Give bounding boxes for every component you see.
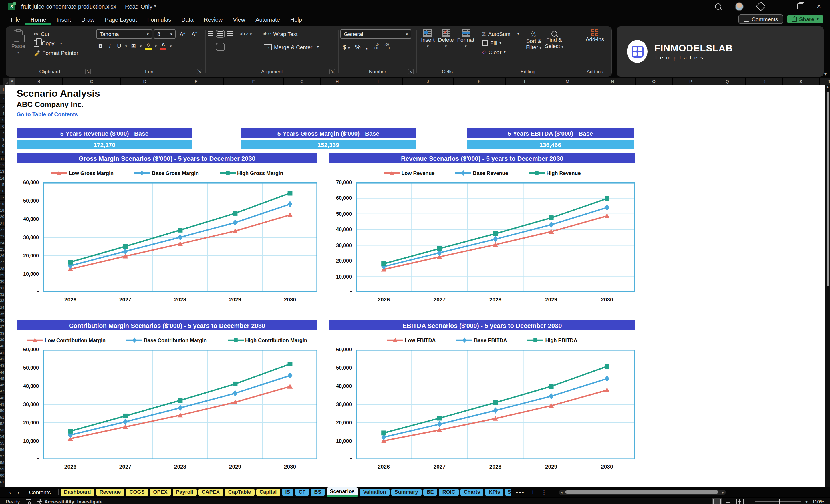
row-header-19[interactable]: 19	[0, 208, 5, 214]
row-header-54[interactable]: 54	[0, 434, 5, 440]
sheet-tab-opex[interactable]: OPEX	[150, 488, 171, 496]
sheet-tab-capex[interactable]: CAPEX	[198, 488, 223, 496]
menu-tab-file[interactable]: File	[6, 14, 25, 25]
wrap-text-button[interactable]: ab↩Wrap Text	[260, 29, 300, 38]
column-header-O[interactable]: O	[636, 78, 673, 85]
row-header-2[interactable]: 2	[0, 94, 5, 103]
format-painter-button[interactable]: Format Painter	[31, 48, 81, 57]
row-header-57[interactable]: 57	[0, 453, 5, 460]
chart-ebitda-scenarios[interactable]: EBITDA Scenarios ($'000) - 5 years to De…	[329, 320, 635, 470]
row-header-52[interactable]: 52	[0, 421, 5, 427]
sort-filter-button[interactable]: A▾Z▽ Sort & Filter ▾	[526, 31, 541, 51]
column-header-F[interactable]: F	[224, 78, 284, 85]
zoom-out-button[interactable]: −	[747, 499, 751, 504]
decrease-decimal-button[interactable]: .00→.0	[384, 43, 389, 50]
row-header-48[interactable]: 48	[0, 395, 5, 401]
zoom-slider[interactable]	[755, 501, 801, 502]
row-header-12[interactable]: 12	[0, 162, 5, 169]
row-header-26[interactable]: 26	[0, 253, 5, 259]
row-header-30[interactable]: 30	[0, 278, 5, 285]
clipboard-dialog-launcher[interactable]: ↘	[85, 69, 91, 74]
row-header-27[interactable]: 27	[0, 259, 5, 266]
search-icon[interactable]	[715, 3, 721, 9]
underline-dropdown[interactable]: ▾	[125, 44, 127, 48]
row-header-3[interactable]: 3	[0, 103, 5, 111]
zoom-slider-thumb[interactable]	[779, 500, 780, 504]
row-header-41[interactable]: 41	[0, 350, 5, 356]
addins-button[interactable]: Add-ins	[586, 29, 604, 42]
row-header-13[interactable]: 13	[0, 168, 5, 175]
kpi-value-2[interactable]: 136,466	[467, 140, 634, 149]
middle-align-icon[interactable]	[217, 31, 223, 36]
column-header-A[interactable]: A	[9, 78, 15, 85]
column-header-R[interactable]: R	[746, 78, 783, 85]
row-header-23[interactable]: 23	[0, 233, 5, 240]
increase-indent-icon[interactable]	[249, 44, 255, 49]
menu-tab-help[interactable]: Help	[285, 14, 307, 25]
shrink-font-button[interactable]: A▾	[189, 30, 199, 38]
clear-button[interactable]: ◇Clear▾	[480, 48, 521, 57]
merge-center-button[interactable]: ↔ Merge & Center▾	[261, 42, 321, 52]
row-header-35[interactable]: 35	[0, 311, 5, 317]
increase-decimal-button[interactable]: ←.0.00	[373, 43, 379, 50]
worksheet[interactable]: Scenario Analysis ABC Company Inc. Go to…	[5, 85, 825, 487]
font-family-select[interactable]: Tahoma▾	[96, 29, 152, 39]
row-header-42[interactable]: 42	[0, 356, 5, 363]
sheet-tab-capital[interactable]: Capital	[256, 488, 280, 496]
row-header-32[interactable]: 32	[0, 291, 5, 298]
top-align-icon[interactable]	[208, 31, 213, 36]
row-header-50[interactable]: 50	[0, 408, 5, 414]
row-header-36[interactable]: 36	[0, 317, 5, 324]
comma-style-button[interactable]: ,	[365, 42, 368, 51]
sheet-tab-captable[interactable]: CapTable	[225, 488, 255, 496]
sheet-tab-dashboard[interactable]: Dashboard	[60, 488, 94, 496]
grow-font-button[interactable]: A▴	[177, 30, 187, 38]
share-button[interactable]: Share ▾	[787, 14, 823, 23]
sheet-tab-charts[interactable]: Charts	[460, 488, 484, 496]
menu-tab-draw[interactable]: Draw	[76, 14, 100, 25]
sheet-options-icon[interactable]: ⋮	[539, 489, 549, 495]
row-header-60[interactable]: 60	[0, 472, 5, 479]
row-header-29[interactable]: 29	[0, 272, 5, 279]
sheet-tab-valuation[interactable]: Valuation	[360, 488, 389, 496]
collapse-ribbon-chevron-icon[interactable]: ▾	[824, 71, 827, 77]
row-header-15[interactable]: 15	[0, 182, 5, 188]
bottom-align-icon[interactable]	[227, 31, 233, 36]
gem-icon[interactable]	[756, 1, 766, 11]
row-header-21[interactable]: 21	[0, 220, 5, 227]
restore-button[interactable]	[797, 3, 803, 9]
align-center-icon[interactable]	[217, 44, 223, 49]
row-header-51[interactable]: 51	[0, 414, 5, 421]
zoom-level[interactable]: 110%	[812, 499, 824, 504]
borders-dropdown[interactable]: ▾	[140, 44, 142, 48]
zoom-in-button[interactable]: +	[805, 499, 808, 504]
row-header-34[interactable]: 34	[0, 304, 5, 311]
sheet-nav-prev-icon[interactable]: ‹	[7, 489, 13, 495]
column-header-Q[interactable]: Q	[709, 78, 746, 85]
menu-tab-data[interactable]: Data	[176, 14, 198, 25]
row-header-33[interactable]: 33	[0, 298, 5, 304]
account-avatar[interactable]	[735, 2, 744, 10]
sheet-tab-contents[interactable]: Contents	[23, 489, 56, 495]
orientation-icon[interactable]: ab↗ ▾	[240, 31, 252, 36]
row-header-18[interactable]: 18	[0, 201, 5, 208]
read-only-badge[interactable]: Read-Only	[125, 3, 153, 9]
sheet-tab-summary[interactable]: Summary	[391, 488, 422, 496]
chart-contribution-margin-scenarios[interactable]: Contribution Margin Scenarios ($'000) - …	[17, 320, 317, 470]
autosum-button[interactable]: ΣAutoSum▾	[480, 29, 521, 38]
font-color-button[interactable]: A	[158, 43, 168, 50]
kpi-value-1[interactable]: 152,339	[241, 140, 416, 149]
row-header-53[interactable]: 53	[0, 427, 5, 434]
bold-button[interactable]: B	[96, 42, 105, 50]
sheet-tab-bs[interactable]: BS	[311, 488, 325, 496]
minimize-button[interactable]: —	[778, 3, 784, 9]
cut-button[interactable]: ✂Cut	[31, 29, 81, 38]
percent-style-button[interactable]: %	[355, 43, 361, 50]
accounting-format-button[interactable]: $ ▾	[343, 43, 350, 50]
font-size-select[interactable]: 8▾	[154, 29, 175, 39]
row-header-40[interactable]: 40	[0, 343, 5, 350]
row-header-16[interactable]: 16	[0, 188, 5, 194]
comments-button[interactable]: Comments	[738, 14, 783, 24]
sheet-tab-cf[interactable]: CF	[295, 488, 309, 496]
vertical-scrollbar[interactable]: ▲	[825, 85, 830, 487]
